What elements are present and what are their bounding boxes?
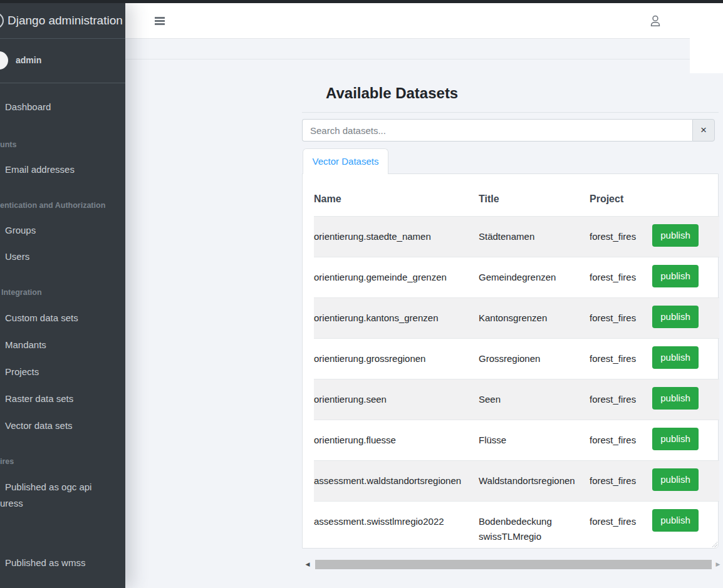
sidebar-item-email-addresses[interactable]: Email addresses bbox=[0, 164, 125, 175]
table-row: orientierung.kantons_grenzen Kantonsgren… bbox=[314, 298, 719, 339]
sidebar-section-fires: ires bbox=[0, 457, 125, 466]
brand-title: Django administration bbox=[8, 14, 123, 27]
publish-button[interactable]: publish bbox=[652, 428, 699, 450]
sidebar-item-published-wmss[interactable]: Published as wmss bbox=[0, 557, 125, 568]
sidebar-item-published-ogc-api[interactable]: Published as ogc api uress bbox=[0, 482, 125, 508]
sidebar-section-integration: Integration bbox=[0, 288, 125, 297]
datasets-table: Name Title Project orientierung.staedte_… bbox=[314, 186, 719, 557]
cell-name: orientierung.seen bbox=[314, 379, 479, 420]
sidebar-item-vector-data-sets[interactable]: Vector data sets bbox=[0, 420, 125, 431]
cell-title: Gemeindegrenzen bbox=[479, 257, 590, 298]
table-row: assessment.swisstlmregio2022 Bodenbedeck… bbox=[314, 502, 719, 557]
cell-name: assessment.swisstlmregio2022 bbox=[314, 502, 479, 557]
cell-title: Flüsse bbox=[479, 420, 590, 461]
search-group: × bbox=[302, 119, 715, 142]
sidebar-item-groups[interactable]: Groups bbox=[0, 225, 125, 235]
cell-title: Bodenbedeckung swissTLMregio bbox=[479, 502, 590, 557]
cell-name: orientierung.kantons_grenzen bbox=[314, 298, 479, 339]
cell-name: orientierung.staedte_namen bbox=[314, 217, 479, 257]
column-header-action bbox=[652, 186, 719, 217]
close-icon[interactable]: × bbox=[692, 119, 715, 142]
sidebar-item-custom-data-sets[interactable]: Custom data sets bbox=[0, 312, 125, 323]
hamburger-menu-icon[interactable] bbox=[155, 17, 165, 25]
sidebar-section-auth: entication and Authorization bbox=[0, 201, 125, 210]
publish-button[interactable]: publish bbox=[652, 468, 699, 491]
topbar bbox=[125, 3, 723, 38]
cell-name: orientierung.fluesse bbox=[314, 420, 479, 461]
cell-title: Städtenamen bbox=[479, 217, 590, 257]
avatar bbox=[0, 51, 8, 70]
search-input[interactable] bbox=[302, 119, 692, 142]
table-header-row: Name Title Project bbox=[314, 186, 719, 217]
cell-project: forest_fires bbox=[590, 298, 652, 339]
column-header-project: Project bbox=[590, 186, 652, 217]
column-header-title: Title bbox=[479, 186, 590, 217]
scroll-left-icon[interactable]: ◀ bbox=[303, 560, 313, 569]
django-logo-icon bbox=[0, 13, 4, 29]
top-window-strip bbox=[0, 0, 723, 3]
publish-button[interactable]: publish bbox=[652, 306, 699, 328]
corner-white-block bbox=[690, 38, 723, 73]
cell-project: forest_fires bbox=[590, 257, 652, 298]
person-icon[interactable] bbox=[650, 15, 661, 27]
sidebar: Django administration admin Dashboard un… bbox=[0, 3, 125, 588]
cell-project: forest_fires bbox=[590, 502, 652, 557]
cell-name: orientierung.gemeinde_grenzen bbox=[314, 257, 479, 298]
scrollbar-thumb[interactable] bbox=[315, 560, 712, 569]
table-row: orientierung.grossregionen Grossregionen… bbox=[314, 339, 719, 379]
table-row: assessment.waldstandortsregionen Waldsta… bbox=[314, 461, 719, 502]
cell-project: forest_fires bbox=[590, 379, 652, 420]
publish-button[interactable]: publish bbox=[652, 265, 699, 287]
publish-button[interactable]: publish bbox=[652, 509, 699, 532]
scroll-right-icon[interactable]: ▶ bbox=[714, 560, 722, 569]
sidebar-item-projects[interactable]: Projects bbox=[0, 366, 125, 377]
cell-title: Waldstandortsregionen bbox=[479, 461, 590, 502]
sidebar-item-dashboard[interactable]: Dashboard bbox=[0, 101, 125, 112]
tab-vector-datasets[interactable]: Vector Datasets bbox=[303, 148, 388, 174]
cell-project: forest_fires bbox=[590, 217, 652, 257]
cell-title: Seen bbox=[479, 379, 590, 420]
cell-title: Grossregionen bbox=[479, 339, 590, 379]
sidebar-item-raster-data-sets[interactable]: Raster data sets bbox=[0, 393, 125, 404]
publish-button[interactable]: publish bbox=[652, 346, 699, 369]
column-header-name: Name bbox=[314, 186, 479, 217]
brand-header[interactable]: Django administration bbox=[0, 3, 125, 39]
horizontal-scrollbar[interactable]: ◀ ▶ bbox=[301, 559, 723, 570]
cell-name: orientierung.grossregionen bbox=[314, 339, 479, 379]
table-row: orientierung.seen Seen forest_fires publ… bbox=[314, 379, 719, 420]
page-title: Available Datasets bbox=[326, 85, 458, 102]
table-row: orientierung.gemeinde_grenzen Gemeindegr… bbox=[314, 257, 719, 298]
sidebar-item-label-line2: uress bbox=[0, 498, 125, 508]
sidebar-item-label: Published as ogc api bbox=[5, 482, 91, 492]
datasets-panel: Name Title Project orientierung.staedte_… bbox=[302, 173, 719, 549]
user-panel: admin bbox=[0, 39, 125, 83]
cell-title: Kantonsgrenzen bbox=[479, 298, 590, 339]
topbar-divider bbox=[125, 38, 690, 39]
breadcrumb-divider bbox=[125, 59, 690, 59]
title-divider bbox=[302, 112, 719, 113]
sidebar-user-name: admin bbox=[16, 55, 41, 65]
table-row: orientierung.staedte_namen Städtenamen f… bbox=[314, 217, 719, 257]
sidebar-section-accounts: unts bbox=[0, 140, 125, 149]
cell-project: forest_fires bbox=[590, 461, 652, 502]
cell-project: forest_fires bbox=[590, 420, 652, 461]
publish-button[interactable]: publish bbox=[652, 224, 699, 247]
table-row: orientierung.fluesse Flüsse forest_fires… bbox=[314, 420, 719, 461]
publish-button[interactable]: publish bbox=[652, 387, 699, 410]
sidebar-item-mandants[interactable]: Mandants bbox=[0, 339, 125, 350]
sidebar-item-users[interactable]: Users bbox=[0, 251, 125, 262]
cell-name: assessment.waldstandortsregionen bbox=[314, 461, 479, 502]
cell-project: forest_fires bbox=[590, 339, 652, 379]
